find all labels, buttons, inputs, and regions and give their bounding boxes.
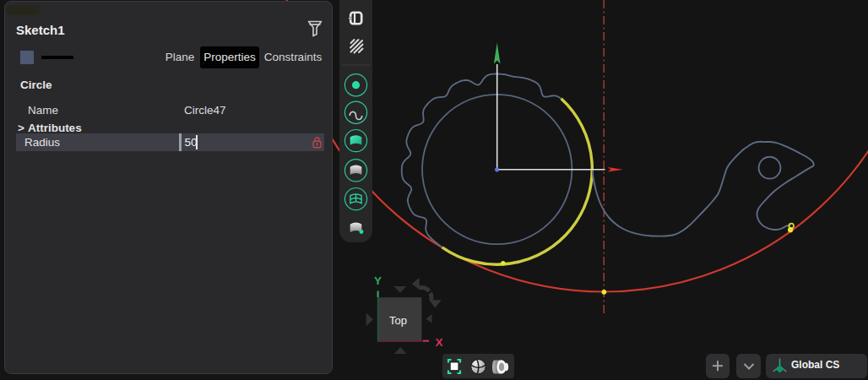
svg-text:Y: Y bbox=[374, 274, 382, 287]
svg-text:X: X bbox=[436, 336, 443, 349]
svg-text:Top: Top bbox=[389, 314, 407, 327]
